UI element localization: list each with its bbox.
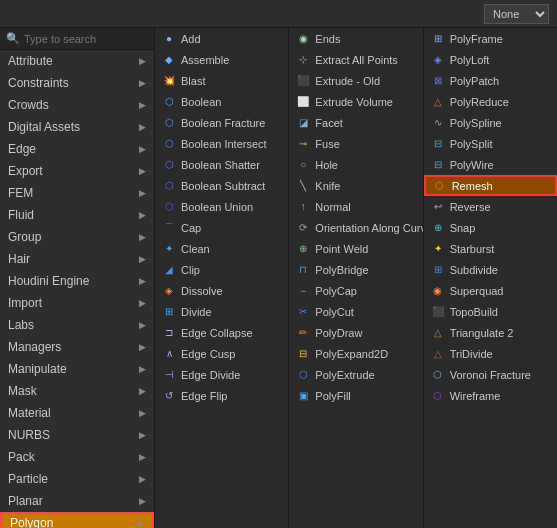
menu-item-superquad[interactable]: ◉Superquad <box>424 280 557 301</box>
arrow-icon: ▶ <box>139 56 146 66</box>
menu-item-polyspline[interactable]: ∿PolySpline <box>424 112 557 133</box>
sidebar-item-export[interactable]: Export▶ <box>0 160 154 182</box>
menu-item-voronoi-fracture[interactable]: ⬡Voronoi Fracture <box>424 364 557 385</box>
sidebar-item-label: Manipulate <box>8 362 67 376</box>
menu-item-boolean-intersect[interactable]: ⬡Boolean Intersect <box>155 133 288 154</box>
sidebar-item-manipulate[interactable]: Manipulate▶ <box>0 358 154 380</box>
menu-item-polydraw[interactable]: ✏PolyDraw <box>289 322 422 343</box>
menu-item-polysplit[interactable]: ⊟PolySplit <box>424 133 557 154</box>
menu-item-orientation-along-curve[interactable]: ⟳Orientation Along Curve <box>289 217 422 238</box>
menu-item-polyloft[interactable]: ◈PolyLoft <box>424 49 557 70</box>
menu-item-fuse[interactable]: ⊸Fuse <box>289 133 422 154</box>
menu-item-knife[interactable]: ╲Knife <box>289 175 422 196</box>
arrow-icon: ▶ <box>139 254 146 264</box>
menu-item-reverse[interactable]: ↩Reverse <box>424 196 557 217</box>
menu-item-polyexpand2d[interactable]: ⊟PolyExpand2D <box>289 343 422 364</box>
sidebar-item-planar[interactable]: Planar▶ <box>0 490 154 512</box>
arrow-icon: ▶ <box>139 232 146 242</box>
menu-item-ends[interactable]: ◉Ends <box>289 28 422 49</box>
menu-item-assemble[interactable]: ◆Assemble <box>155 49 288 70</box>
menu-item-polycut[interactable]: ✂PolyCut <box>289 301 422 322</box>
search-input[interactable] <box>24 33 148 45</box>
sidebar-item-managers[interactable]: Managers▶ <box>0 336 154 358</box>
reverse-icon: ↩ <box>430 199 446 215</box>
menu-item-edge-flip[interactable]: ↺Edge Flip <box>155 385 288 406</box>
sidebar-item-group[interactable]: Group▶ <box>0 226 154 248</box>
menu-item-topobuild[interactable]: ⬛TopoBuild <box>424 301 557 322</box>
menu-item-wireframe[interactable]: ⬡Wireframe <box>424 385 557 406</box>
sidebar-item-labs[interactable]: Labs▶ <box>0 314 154 336</box>
sidebar-item-pack[interactable]: Pack▶ <box>0 446 154 468</box>
menu-item-blast[interactable]: 💥Blast <box>155 70 288 91</box>
menu-item-extrude---old[interactable]: ⬛Extrude - Old <box>289 70 422 91</box>
menu-item-polyfill[interactable]: ▣PolyFill <box>289 385 422 406</box>
sidebar-item-polygon[interactable]: Polygon▶ <box>0 512 154 528</box>
menu-item-label: PolyBridge <box>315 264 368 276</box>
menu-item-triangulate-2[interactable]: △Triangulate 2 <box>424 322 557 343</box>
menu-item-extract-all-points[interactable]: ⊹Extract All Points <box>289 49 422 70</box>
menu-item-polyreduce[interactable]: △PolyReduce <box>424 91 557 112</box>
sidebar-item-constraints[interactable]: Constraints▶ <box>0 72 154 94</box>
menu-item-label: Blast <box>181 75 205 87</box>
menu-item-polybridge[interactable]: ⊓PolyBridge <box>289 259 422 280</box>
sidebar-item-hair[interactable]: Hair▶ <box>0 248 154 270</box>
sidebar-item-label: Edge <box>8 142 36 156</box>
sidebar-item-attribute[interactable]: Attribute▶ <box>0 50 154 72</box>
arrow-icon: ▶ <box>139 122 146 132</box>
menu-item-boolean-shatter[interactable]: ⬡Boolean Shatter <box>155 154 288 175</box>
sidebar-item-crowds[interactable]: Crowds▶ <box>0 94 154 116</box>
menu-item-polypatch[interactable]: ⊠PolyPatch <box>424 70 557 91</box>
sidebar-item-material[interactable]: Material▶ <box>0 402 154 424</box>
point-weld-icon: ⊕ <box>295 241 311 257</box>
edge-collapse-icon: ⊐ <box>161 325 177 341</box>
edge-flip-icon: ↺ <box>161 388 177 404</box>
menu-item-label: Cap <box>181 222 201 234</box>
sidebar-item-import[interactable]: Import▶ <box>0 292 154 314</box>
search-box[interactable]: 🔍 <box>0 28 154 50</box>
menu-item-label: Fuse <box>315 138 339 150</box>
sidebar-item-fluid[interactable]: Fluid▶ <box>0 204 154 226</box>
menu-item-polywire[interactable]: ⊟PolyWire <box>424 154 557 175</box>
menu-item-dissolve[interactable]: ◈Dissolve <box>155 280 288 301</box>
menu-item-boolean-subtract[interactable]: ⬡Boolean Subtract <box>155 175 288 196</box>
menu-item-edge-cusp[interactable]: ∧Edge Cusp <box>155 343 288 364</box>
sidebar-item-nurbs[interactable]: NURBS▶ <box>0 424 154 446</box>
menu-item-label: PolyDraw <box>315 327 362 339</box>
sidebar-item-digital-assets[interactable]: Digital Assets▶ <box>0 116 154 138</box>
menu-item-remesh[interactable]: ⬡Remesh <box>424 175 557 196</box>
menu-item-label: Assemble <box>181 54 229 66</box>
menu-item-polyextrude[interactable]: ⬡PolyExtrude <box>289 364 422 385</box>
menu-item-add[interactable]: ●Add <box>155 28 288 49</box>
sidebar-item-mask[interactable]: Mask▶ <box>0 380 154 402</box>
menu-item-normal[interactable]: ↑Normal <box>289 196 422 217</box>
menu-item-subdivide[interactable]: ⊞Subdivide <box>424 259 557 280</box>
none-dropdown[interactable]: None Default <box>484 4 549 24</box>
menu-item-hole[interactable]: ○Hole <box>289 154 422 175</box>
menu-item-edge-collapse[interactable]: ⊐Edge Collapse <box>155 322 288 343</box>
menu-item-starburst[interactable]: ✦Starburst <box>424 238 557 259</box>
menu-item-divide[interactable]: ⊞Divide <box>155 301 288 322</box>
menu-item-snap[interactable]: ⊕Snap <box>424 217 557 238</box>
menu-item-extrude-volume[interactable]: ⬜Extrude Volume <box>289 91 422 112</box>
menu-item-cap[interactable]: ⌒Cap <box>155 217 288 238</box>
menu-item-label: Remesh <box>452 180 493 192</box>
menu-item-boolean-fracture[interactable]: ⬡Boolean Fracture <box>155 112 288 133</box>
menu-item-boolean[interactable]: ⬡Boolean <box>155 91 288 112</box>
menu-item-clip[interactable]: ◢Clip <box>155 259 288 280</box>
sidebar-item-edge[interactable]: Edge▶ <box>0 138 154 160</box>
menu-item-facet[interactable]: ◪Facet <box>289 112 422 133</box>
menu-item-edge-divide[interactable]: ⊣Edge Divide <box>155 364 288 385</box>
sidebar-item-particle[interactable]: Particle▶ <box>0 468 154 490</box>
sidebar-item-houdini-engine[interactable]: Houdini Engine▶ <box>0 270 154 292</box>
menu-item-polyframe[interactable]: ⊞PolyFrame <box>424 28 557 49</box>
menu-item-point-weld[interactable]: ⊕Point Weld <box>289 238 422 259</box>
menu-item-tridivide[interactable]: △TriDivide <box>424 343 557 364</box>
menu-item-clean[interactable]: ✦Clean <box>155 238 288 259</box>
menu-item-label: Edge Flip <box>181 390 227 402</box>
menu-item-polycap[interactable]: ⌢PolyCap <box>289 280 422 301</box>
menu-item-boolean-union[interactable]: ⬡Boolean Union <box>155 196 288 217</box>
polywire-icon: ⊟ <box>430 157 446 173</box>
sidebar-item-label: Digital Assets <box>8 120 80 134</box>
sidebar-item-fem[interactable]: FEM▶ <box>0 182 154 204</box>
menu-item-label: Reverse <box>450 201 491 213</box>
